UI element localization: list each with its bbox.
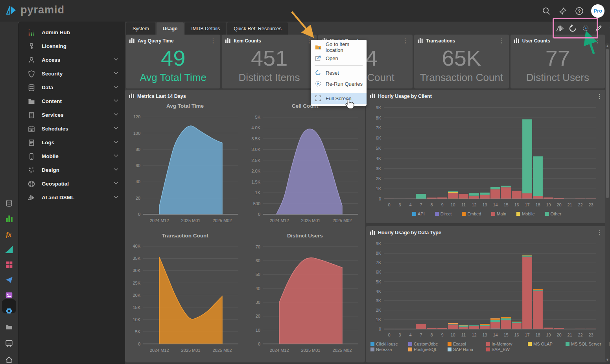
rerun-queries-icon xyxy=(315,80,322,87)
legend-item-embed[interactable]: Embed xyxy=(462,211,481,216)
legend-item-sap-bw[interactable]: SAP_BW xyxy=(486,347,528,352)
legend-item-customjdbc[interactable]: CustomJdbc xyxy=(408,342,448,346)
kebab-menu-icon[interactable]: ⋮ xyxy=(498,39,506,43)
reset-icon[interactable] xyxy=(568,24,577,33)
kebab-menu-icon[interactable]: ⋮ xyxy=(401,39,409,43)
chevron-down-icon[interactable] xyxy=(113,166,119,174)
legend-item-clickhouse[interactable]: ClickHouse xyxy=(370,342,408,346)
svg-text:fx: fx xyxy=(6,231,11,238)
legend-item-sap-hana[interactable]: SAP Hana xyxy=(448,347,486,352)
illustrate-icon[interactable] xyxy=(4,245,14,254)
database-icon[interactable] xyxy=(4,199,14,208)
search-icon[interactable] xyxy=(542,6,551,16)
tab-quick-ref-resources[interactable]: Quick Ref: Resources xyxy=(227,22,288,35)
rerun-queries-icon[interactable] xyxy=(581,24,590,33)
legend-swatch xyxy=(486,342,490,346)
chevron-down-icon[interactable] xyxy=(113,153,119,160)
legend-item-in-memory[interactable]: In-Memory xyxy=(486,342,528,346)
svg-text:2K: 2K xyxy=(376,176,381,181)
legend-item-main[interactable]: Main xyxy=(491,211,506,216)
help-question-icon[interactable]: ? xyxy=(607,24,610,33)
svg-text:7: 7 xyxy=(420,202,422,207)
legend-label: Mobile xyxy=(522,211,534,216)
vertical-scrollbar[interactable]: ▲ ▼ xyxy=(605,43,610,362)
tab-imdb-details[interactable]: IMDB Details xyxy=(185,22,226,35)
help-icon[interactable]: ? xyxy=(575,6,584,16)
svg-text:0: 0 xyxy=(258,212,260,217)
pin-icon[interactable] xyxy=(558,6,568,16)
legend-item-other[interactable]: Other xyxy=(545,211,562,216)
admin-gear-icon[interactable] xyxy=(4,306,14,316)
sidebar-item-label: Services xyxy=(42,112,107,118)
kebab-menu-icon[interactable]: ⋮ xyxy=(595,94,604,98)
kebab-menu-icon[interactable]: ⋮ xyxy=(593,39,602,43)
chevron-down-icon[interactable] xyxy=(113,180,119,188)
scroll-up-arrow[interactable]: ▲ xyxy=(605,44,610,48)
sidebar-item-schedules[interactable]: Schedules xyxy=(18,122,125,136)
tab-system[interactable]: System xyxy=(126,22,155,35)
key-icon xyxy=(27,42,36,50)
legend-item-ms-sql-server[interactable]: MS SQL Server xyxy=(566,342,610,346)
menu-item-re-run-queries[interactable]: Re-Run Queries xyxy=(311,78,367,89)
profile-avatar[interactable]: Pro xyxy=(591,4,604,18)
mini-chart-transaction-count: Transaction Count05K10K15K20K25K30K35K40… xyxy=(125,230,245,359)
sidebar-item-services[interactable]: Services xyxy=(18,108,125,122)
legend-item-direct[interactable]: Direct xyxy=(435,211,452,216)
sidebar-item-content[interactable]: Content xyxy=(18,94,125,108)
home-icon[interactable] xyxy=(4,355,14,364)
sidebar-item-data[interactable]: Data xyxy=(18,81,125,94)
menu-item-open[interactable]: Open xyxy=(311,53,367,64)
legend-item-ms-olap[interactable]: MS OLAP xyxy=(528,342,566,346)
sidebar-item-design[interactable]: Design xyxy=(18,163,125,177)
tab-usage[interactable]: Usage xyxy=(157,22,184,35)
chevron-down-icon[interactable] xyxy=(113,70,119,78)
svg-text:500: 500 xyxy=(253,201,260,206)
legend-item-mobile[interactable]: Mobile xyxy=(516,211,534,216)
chevron-down-icon[interactable] xyxy=(113,84,119,92)
sidebar-item-access[interactable]: Access xyxy=(18,53,125,67)
globe-icon xyxy=(27,180,36,188)
sidebar-item-logs[interactable]: Logs xyxy=(18,136,125,149)
chevron-down-icon[interactable] xyxy=(113,111,119,119)
menu-item-go-to-item-location[interactable]: Go to item location xyxy=(311,42,367,53)
kebab-menu-icon[interactable]: ⋮ xyxy=(209,39,217,43)
sidebar-item-licensing[interactable]: Licensing xyxy=(18,39,125,53)
scroll-thumb[interactable] xyxy=(606,49,609,198)
legend-item-netezza[interactable]: Netezza xyxy=(370,347,408,352)
legend-item-postgresql[interactable]: PostgreSQL xyxy=(408,347,448,352)
edit-pencil-icon[interactable] xyxy=(594,24,603,33)
presentation-icon[interactable] xyxy=(4,338,14,348)
sidebar-item-admin-hub[interactable]: Admin Hub xyxy=(18,26,125,39)
image-icon[interactable] xyxy=(4,290,14,300)
sidebar-item-security[interactable]: Security xyxy=(18,67,125,81)
person-icon xyxy=(27,56,36,64)
svg-text:18: 18 xyxy=(535,202,540,207)
menu-item-reset[interactable]: Reset xyxy=(311,67,367,78)
chevron-down-icon[interactable] xyxy=(113,194,119,202)
svg-text:0: 0 xyxy=(379,197,381,201)
publish-icon[interactable] xyxy=(4,275,14,285)
sidebar-item-ai-and-dsml[interactable]: AI and DSML xyxy=(18,191,125,204)
grid-apps-icon[interactable] xyxy=(4,260,14,269)
menu-item-full-screen[interactable]: Full Screen xyxy=(311,93,367,104)
chevron-down-icon[interactable] xyxy=(113,125,119,133)
legend-item-exasol[interactable]: Exasol xyxy=(448,342,486,346)
chevron-down-icon[interactable] xyxy=(113,139,119,147)
folder-icon[interactable] xyxy=(4,322,14,332)
svg-text:5K: 5K xyxy=(376,279,381,284)
bar-chart-icon[interactable] xyxy=(4,214,14,223)
scroll-down-arrow[interactable]: ▼ xyxy=(605,358,610,362)
legend-item-api[interactable]: API xyxy=(412,211,425,216)
legend-swatch xyxy=(412,212,416,216)
formula-icon[interactable]: fx xyxy=(4,229,14,239)
pyramid-glyph-icon[interactable] xyxy=(555,24,564,33)
svg-text:1K: 1K xyxy=(376,186,381,191)
chevron-down-icon[interactable] xyxy=(113,56,119,64)
kebab-menu-icon[interactable]: ⋮ xyxy=(595,231,604,235)
svg-text:9K: 9K xyxy=(376,105,381,110)
sidebar-item-geospatial[interactable]: Geospatial xyxy=(18,177,125,191)
chevron-down-icon[interactable] xyxy=(113,97,119,105)
svg-text:10K: 10K xyxy=(133,317,140,322)
sidebar-item-mobile[interactable]: Mobile xyxy=(18,149,125,163)
logs-icon xyxy=(27,139,36,147)
